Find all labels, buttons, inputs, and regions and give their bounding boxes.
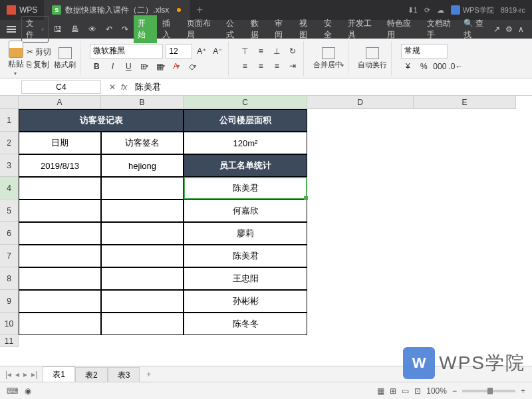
- input-mode-icon[interactable]: ⌨: [7, 386, 18, 396]
- table-header[interactable]: 员工名单统计: [184, 154, 307, 177]
- table-cell[interactable]: [19, 290, 101, 313]
- wps-academy-link[interactable]: WPS学院: [451, 5, 494, 15]
- row-header[interactable]: 2: [0, 132, 19, 154]
- next-sheet-icon[interactable]: ▸: [23, 370, 27, 379]
- bold-button[interactable]: B: [90, 60, 103, 73]
- zoom-in-button[interactable]: +: [521, 386, 525, 396]
- align-left-icon[interactable]: ≡: [238, 59, 251, 72]
- table-cell[interactable]: 日期: [19, 132, 101, 154]
- table-cell[interactable]: 陈冬冬: [184, 313, 307, 335]
- indent-icon[interactable]: ⇥: [286, 59, 299, 72]
- sync-icon[interactable]: ⟳: [424, 6, 430, 15]
- decimal-inc-icon[interactable]: .0←: [449, 60, 462, 73]
- tab-special[interactable]: 特色应用: [383, 15, 421, 43]
- currency-icon[interactable]: ¥: [401, 60, 414, 73]
- col-header[interactable]: E: [414, 96, 516, 109]
- cut-button[interactable]: ✂ 剪切: [27, 47, 51, 58]
- tab-developer[interactable]: 开发工具: [344, 15, 382, 43]
- align-top-icon[interactable]: ⊤: [238, 45, 251, 58]
- col-header[interactable]: C: [184, 96, 307, 109]
- orientation-icon[interactable]: ↻: [286, 45, 299, 58]
- table-cell[interactable]: [19, 245, 101, 267]
- merge-button[interactable]: 合并居中▾: [313, 47, 344, 70]
- sheet-tab-1[interactable]: 表1: [43, 366, 75, 383]
- table-cell[interactable]: [101, 290, 184, 313]
- undo-icon[interactable]: ↶: [102, 23, 116, 35]
- tab-insert[interactable]: 插入: [158, 15, 182, 43]
- table-cell[interactable]: [19, 267, 101, 290]
- number-format-select[interactable]: [401, 44, 448, 59]
- row-header[interactable]: 1: [0, 109, 19, 132]
- clear-format-button[interactable]: ◇▾: [186, 60, 199, 73]
- preview-icon[interactable]: 👁: [84, 23, 100, 35]
- name-box[interactable]: [21, 80, 101, 94]
- table-cell[interactable]: 120m²: [184, 132, 307, 154]
- view-normal-icon[interactable]: ▦: [377, 386, 384, 396]
- table-cell[interactable]: [101, 222, 184, 245]
- row-header[interactable]: 11: [0, 335, 19, 347]
- tab-home[interactable]: 开始: [134, 15, 157, 43]
- table-cell[interactable]: [101, 245, 184, 267]
- view-reading-icon[interactable]: ▭: [402, 386, 409, 396]
- row-header[interactable]: 9: [0, 290, 19, 313]
- last-sheet-icon[interactable]: ▸|: [31, 370, 37, 379]
- paste-button[interactable]: 粘贴▾: [8, 41, 24, 76]
- percent-icon[interactable]: %: [417, 60, 430, 73]
- settings-icon[interactable]: ⚙: [505, 25, 513, 34]
- tab-formula[interactable]: 公式: [222, 15, 245, 43]
- table-cell[interactable]: 孙彬彬: [184, 290, 307, 313]
- cancel-formula-icon[interactable]: ✕: [109, 82, 116, 92]
- collapse-ribbon-icon[interactable]: ∧: [518, 25, 524, 34]
- underline-button[interactable]: U: [122, 60, 135, 73]
- row-header[interactable]: 4: [0, 177, 19, 200]
- row-header[interactable]: 5: [0, 200, 19, 222]
- table-cell[interactable]: [101, 267, 184, 290]
- fx-icon[interactable]: fx: [121, 82, 127, 92]
- table-cell[interactable]: [19, 200, 101, 222]
- file-menu[interactable]: 文件 ▾: [21, 16, 49, 43]
- col-header[interactable]: B: [101, 96, 184, 109]
- table-cell[interactable]: [19, 313, 101, 335]
- table-cell[interactable]: hejiong: [101, 154, 184, 177]
- italic-button[interactable]: I: [106, 60, 119, 73]
- row-header[interactable]: 6: [0, 222, 19, 245]
- align-bottom-icon[interactable]: ⊥: [270, 45, 283, 58]
- tab-view[interactable]: 视图: [295, 15, 319, 43]
- sheet-tab-2[interactable]: 表2: [75, 367, 108, 383]
- first-sheet-icon[interactable]: |◂: [5, 370, 11, 379]
- table-cell[interactable]: 访客签名: [101, 132, 184, 154]
- font-color-button[interactable]: A▾: [170, 60, 183, 73]
- table-cell[interactable]: [19, 222, 101, 245]
- table-cell[interactable]: 陈美君: [184, 245, 307, 267]
- align-right-icon[interactable]: ≡: [270, 59, 283, 72]
- table-cell[interactable]: 王忠阳: [184, 267, 307, 290]
- table-cell[interactable]: [101, 177, 184, 200]
- view-custom-icon[interactable]: ⊡: [414, 386, 421, 396]
- border-button[interactable]: ⊞▾: [138, 60, 151, 73]
- download-icon[interactable]: ⬇1: [408, 6, 418, 15]
- tab-data[interactable]: 数据: [247, 15, 270, 43]
- view-pagebreak-icon[interactable]: ⊞: [390, 386, 396, 396]
- table-header[interactable]: 公司楼层面积: [184, 109, 307, 132]
- align-center-icon[interactable]: ≡: [254, 59, 267, 72]
- search-button[interactable]: 🔍 查找: [464, 18, 488, 41]
- table-cell[interactable]: 2019/8/13: [19, 154, 101, 177]
- share-icon[interactable]: ↗: [493, 25, 500, 34]
- tab-security[interactable]: 安全: [320, 15, 343, 43]
- tab-pagelayout[interactable]: 页面布局: [183, 15, 221, 43]
- table-cell[interactable]: 何嘉欣: [184, 200, 307, 222]
- table-cell[interactable]: [101, 313, 184, 335]
- comma-icon[interactable]: 000: [433, 60, 446, 73]
- fill-color-button[interactable]: ▦▾: [154, 60, 167, 73]
- format-painter-button[interactable]: 格式刷: [54, 47, 76, 70]
- col-header[interactable]: A: [19, 96, 101, 109]
- row-header[interactable]: 7: [0, 245, 19, 267]
- wrap-button[interactable]: 自动换行: [358, 47, 387, 70]
- decrease-font-icon[interactable]: A⁻: [211, 45, 224, 58]
- zoom-slider[interactable]: [462, 390, 515, 392]
- table-header[interactable]: 访客登记表: [19, 109, 184, 132]
- new-tab-button[interactable]: +: [190, 4, 209, 16]
- formula-input[interactable]: [132, 80, 532, 94]
- row-header[interactable]: 3: [0, 154, 19, 177]
- align-middle-icon[interactable]: ≡: [254, 45, 267, 58]
